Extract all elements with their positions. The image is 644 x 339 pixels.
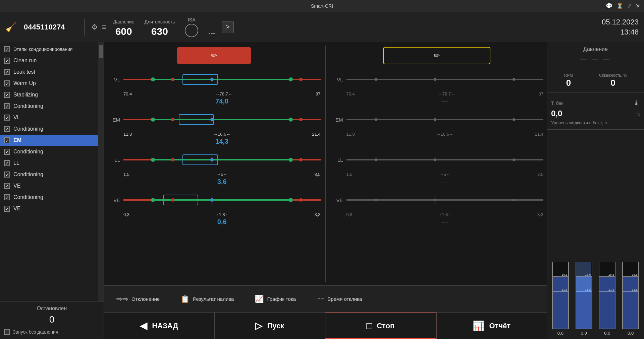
app-container: 🧹 0445110274 ⚙ ≡ Давление 600 Длительнос… bbox=[0, 12, 644, 339]
header-divider bbox=[84, 19, 85, 36]
sidebar-scrollbar[interactable] bbox=[98, 42, 104, 301]
sidebar-item-8[interactable]: Conditioning bbox=[0, 146, 104, 157]
sidebar-item-5[interactable]: VL bbox=[0, 112, 104, 123]
duration-label: Длительность bbox=[145, 19, 175, 24]
slider-label-r1: EM bbox=[330, 117, 343, 123]
close-icon[interactable]: ✕ bbox=[636, 3, 640, 9]
start-button[interactable]: Пуск bbox=[215, 313, 325, 339]
sidebar-item-label-10: Conditioning bbox=[13, 172, 43, 178]
slider-track-wrap-0[interactable]: 70,4→78,7←8774,0 bbox=[123, 71, 321, 88]
sidebar-checkbox-3[interactable] bbox=[4, 92, 10, 98]
pressure-dashes: — — — bbox=[551, 55, 640, 63]
slider-track-wrap-r1: 11,8→16,6←21,4---- bbox=[346, 111, 544, 128]
gauge-group-3: 21,416,611,80,0 bbox=[622, 262, 639, 336]
sidebar-checkbox-13[interactable] bbox=[4, 206, 10, 212]
sidebar-header: Этапы кондиционирования bbox=[0, 44, 104, 55]
slider-track-wrap-2[interactable]: 1,5→5←8,53,6 bbox=[123, 151, 321, 168]
report-button[interactable]: 📊 Отчёт bbox=[436, 313, 547, 339]
sidebar-item-label-2: Warm Up bbox=[13, 80, 36, 86]
slider-label-2: LL bbox=[107, 157, 120, 163]
gauge-value-0: 0,0 bbox=[557, 331, 564, 336]
datetime: 05.12.2023 13:48 bbox=[602, 18, 639, 37]
slider-label-1: EM bbox=[107, 117, 120, 123]
header-params: Давление 600 Длительность 630 ISA --- bbox=[113, 17, 215, 37]
sidebar-checkbox-10[interactable] bbox=[4, 172, 10, 178]
timer-icon[interactable]: ⏳ bbox=[616, 3, 623, 9]
header: 🧹 0445110274 ⚙ ≡ Давление 600 Длительнос… bbox=[0, 12, 644, 42]
rpm-row: RPM 0 Скважность, % 0 bbox=[551, 73, 640, 88]
sidebar-item-9[interactable]: LL bbox=[0, 157, 104, 169]
left-injector-button[interactable]: ✏ bbox=[177, 47, 251, 64]
fill-result-button[interactable]: 📋 Результат налива bbox=[175, 292, 239, 306]
sidebar-checkbox-5[interactable] bbox=[4, 115, 10, 121]
left-slider-panel: ✏ VL70,4→78,7←8774,0EM11,8→16,6←21,414,3… bbox=[107, 46, 321, 282]
slider-track-wrap-1[interactable]: 11,8→16,6←21,414,3 bbox=[123, 111, 321, 128]
rpm-section: RPM 0 Скважность, % 0 bbox=[547, 67, 644, 92]
sidebar-item-6[interactable]: Conditioning bbox=[0, 123, 104, 135]
broom-icon[interactable]: 🧹 bbox=[5, 21, 17, 32]
rpm-value: 0 bbox=[566, 78, 571, 88]
sidebar-checkbox-4[interactable] bbox=[4, 103, 10, 109]
sidebar-checkbox-6[interactable] bbox=[4, 126, 10, 132]
sidebar-item-0[interactable]: Clean run bbox=[0, 55, 104, 66]
sidebar-checkbox-7[interactable] bbox=[4, 137, 10, 143]
response-time-label: Время отклика bbox=[327, 296, 362, 302]
temp-value: 0,0 bbox=[551, 109, 562, 118]
sidebar-item-10[interactable]: Conditioning bbox=[0, 169, 104, 180]
isa-param: ISA bbox=[185, 17, 198, 37]
gauge-tube-3: 21,416,611,8 bbox=[622, 262, 639, 329]
no-pressure-checkbox[interactable] bbox=[4, 329, 10, 335]
fill-result-label: Результат налива bbox=[193, 296, 234, 302]
sidebar-checkbox-8[interactable] bbox=[4, 149, 10, 155]
back-button[interactable]: НАЗАД bbox=[104, 313, 215, 339]
sidebar-item-13[interactable]: VE bbox=[0, 203, 104, 214]
sidebar-checkbox-1[interactable] bbox=[4, 69, 10, 75]
sidebar-item-label-12: Conditioning bbox=[13, 194, 43, 200]
stop-button[interactable]: Стоп bbox=[325, 313, 436, 339]
slider-current-1: 14,3 bbox=[215, 138, 228, 145]
chat-icon[interactable]: 💬 bbox=[606, 3, 612, 9]
slider-track-wrap-3[interactable]: 0,3→1,8←3,30,6 bbox=[123, 192, 321, 208]
sidebar-checkbox-12[interactable] bbox=[4, 194, 10, 200]
duty-value: 0 bbox=[610, 78, 615, 88]
sidebar-item-12[interactable]: Conditioning bbox=[0, 192, 104, 203]
workspace: ✏ VL70,4→78,7←8774,0EM11,8→16,6←21,414,3… bbox=[104, 42, 547, 339]
response-time-button[interactable]: 〰 Время отклика bbox=[311, 292, 367, 306]
sidebar-checkbox-11[interactable] bbox=[4, 183, 10, 189]
sidebar-checkbox-9[interactable] bbox=[4, 160, 10, 166]
deviation-button[interactable]: ⇒⇒ Отклонение bbox=[111, 292, 165, 306]
current-chart-button[interactable]: 📈 График тока bbox=[249, 292, 301, 306]
pressure-label: Давление bbox=[113, 19, 135, 24]
duty-label: Скважность, % bbox=[599, 73, 627, 78]
sidebar-item-3[interactable]: Stabilizing bbox=[0, 89, 104, 100]
slider-row-2: LL1,5→5←8,53,6 bbox=[107, 151, 321, 168]
slider-label-r0: VL bbox=[330, 77, 343, 82]
gauge-group-1: 21,416,611,80,0 bbox=[576, 262, 592, 336]
sidebar-item-7[interactable]: EM bbox=[0, 135, 104, 146]
sidebar-checkbox-2[interactable] bbox=[4, 80, 10, 86]
date-display: 05.12.2023 bbox=[602, 18, 639, 26]
sidebar-item-label-5: VL bbox=[13, 115, 20, 121]
gauge-value-1: 0,0 bbox=[581, 331, 587, 336]
settings-icon[interactable]: ⚙ bbox=[91, 23, 98, 31]
sidebar-item-label-8: Conditioning bbox=[13, 149, 43, 155]
sidebar-checkbox-0[interactable] bbox=[4, 58, 10, 64]
gauge-tube-2: 21,416,611,8 bbox=[599, 262, 615, 329]
slider-row-r2: LL1,5→5←8,5---- bbox=[330, 151, 544, 168]
sidebar-header-checkbox[interactable] bbox=[4, 46, 10, 52]
sliders-icon[interactable]: ≡ bbox=[102, 23, 106, 31]
sidebar-item-2[interactable]: Warm Up bbox=[0, 78, 104, 89]
injector-icon-left: ✏ bbox=[211, 51, 217, 60]
sidebar-item-1[interactable]: Leak test bbox=[0, 66, 104, 78]
rpm-label: RPM bbox=[564, 73, 573, 78]
sidebar-item-4[interactable]: Conditioning bbox=[0, 100, 104, 112]
arrow-button[interactable]: > bbox=[222, 21, 234, 33]
sidebar-item-11[interactable]: VE bbox=[0, 180, 104, 192]
pressure-param: Давление 600 bbox=[113, 19, 135, 37]
time-display: 13:48 bbox=[620, 28, 639, 37]
slider-row-0: VL70,4→78,7←8774,0 bbox=[107, 71, 321, 88]
sidebar-item-label-3: Stabilizing bbox=[13, 92, 38, 98]
right-injector-button[interactable]: ✏ bbox=[383, 47, 490, 64]
expand-icon[interactable]: ⤢ bbox=[627, 3, 632, 9]
slider-row-1: EM11,8→16,6←21,414,3 bbox=[107, 111, 321, 128]
